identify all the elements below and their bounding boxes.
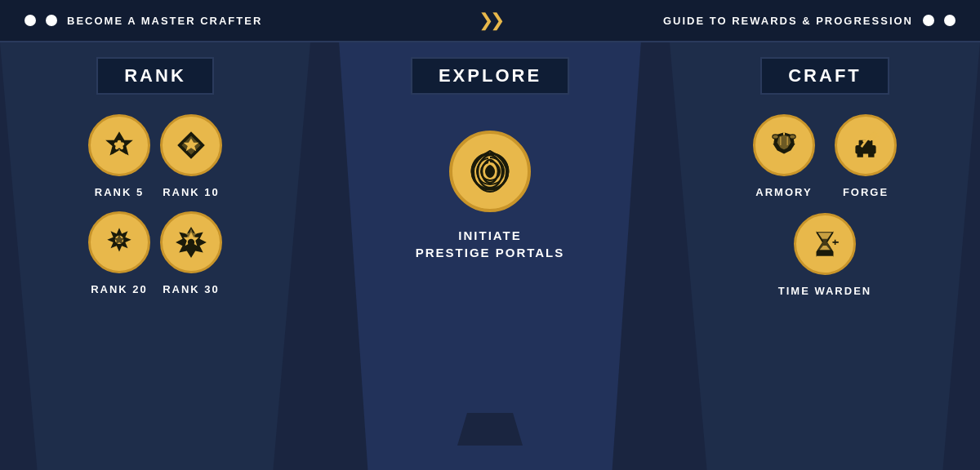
rank20-icon-circle: [88, 211, 150, 273]
svg-rect-12: [858, 152, 863, 157]
main-content: RANK RANK 5: [0, 42, 980, 470]
rank-grid: RANK 5 RANK 10: [72, 114, 238, 295]
forge-label: FORGE: [843, 186, 889, 198]
portal-label-line1: INITIATE: [458, 228, 521, 242]
panel-craft: CRAFT: [670, 42, 980, 470]
rank5-item[interactable]: RANK 5: [88, 114, 150, 198]
armory-icon: [767, 128, 801, 162]
rank5-icon: [102, 128, 136, 162]
rank20-item[interactable]: RANK 20: [88, 211, 150, 295]
rank30-icon-circle: [160, 211, 222, 273]
svg-rect-14: [866, 131, 879, 142]
svg-point-16: [862, 140, 865, 142]
rank10-icon: [174, 128, 208, 162]
rank30-icon: [174, 225, 208, 259]
armory-icon-circle: [753, 114, 815, 176]
rank10-item[interactable]: RANK 10: [160, 114, 222, 198]
svg-rect-13: [868, 152, 874, 157]
header-text: BECOME A MASTER CRAFTER: [67, 15, 469, 27]
rank5-icon-circle: [88, 114, 150, 176]
craft-row-2: TIME WARDEN: [778, 213, 871, 297]
panel-rank: RANK RANK 5: [0, 42, 310, 470]
explore-panel-title: EXPLORE: [411, 57, 569, 95]
portal-icon-circle[interactable]: [449, 131, 531, 212]
svg-point-9: [790, 135, 795, 138]
timewarden-icon: [808, 227, 842, 261]
rank5-label: RANK 5: [95, 186, 144, 198]
header-dot-4: [944, 15, 956, 26]
portal-label: INITIATE PRESTIGE PORTALS: [416, 227, 565, 261]
rank20-icon: [102, 225, 136, 259]
forge-item[interactable]: FORGE: [835, 114, 897, 198]
armory-item[interactable]: ARMORY: [753, 114, 815, 198]
header-dot-3: [923, 15, 934, 26]
explore-center: INITIATE PRESTIGE PORTALS: [416, 131, 565, 261]
craft-grid: ARMORY: [686, 114, 964, 297]
timewarden-label: TIME WARDEN: [778, 285, 871, 297]
forge-icon-circle: [835, 114, 897, 176]
explore-bottom-connector: [457, 413, 523, 446]
rank10-icon-circle: [160, 114, 222, 176]
portal-label-line2: PRESTIGE PORTALS: [416, 246, 565, 259]
craft-row-1: ARMORY: [753, 114, 897, 198]
header-bar: BECOME A MASTER CRAFTER ❯❯ GUIDE TO REWA…: [0, 0, 980, 42]
panel-explore: EXPLORE INITIATE PRESTIGE PORTALS: [310, 42, 670, 470]
header-chevrons-icon: ❯❯: [479, 10, 501, 31]
rank30-item[interactable]: RANK 30: [160, 211, 222, 295]
forge-icon: [849, 128, 883, 162]
rank30-label: RANK 30: [163, 283, 220, 295]
rank-panel-title: RANK: [96, 57, 214, 95]
rank10-label: RANK 10: [163, 186, 220, 198]
armory-label: ARMORY: [755, 186, 812, 198]
header-dot-2: [46, 15, 57, 26]
timewarden-icon-circle: [794, 213, 856, 275]
portal-icon: [466, 147, 514, 196]
svg-point-5: [188, 239, 194, 246]
svg-point-18: [865, 137, 866, 139]
timewarden-item[interactable]: TIME WARDEN: [778, 213, 871, 297]
rank20-label: RANK 20: [91, 283, 148, 295]
header-subtitle: GUIDE TO REWARDS & PROGRESSION: [511, 15, 913, 27]
svg-point-17: [861, 138, 862, 140]
header-dot-1: [24, 15, 36, 26]
svg-point-8: [773, 135, 777, 138]
craft-panel-title: CRAFT: [760, 57, 889, 95]
